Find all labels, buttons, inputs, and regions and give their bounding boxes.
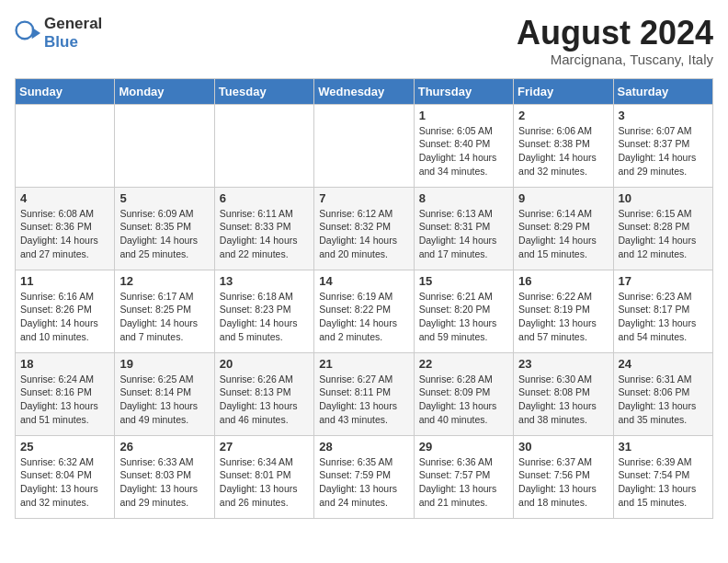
calendar-cell: 4Sunrise: 6:08 AMSunset: 8:36 PMDaylight… <box>16 187 115 270</box>
day-number: 3 <box>619 109 708 122</box>
day-number: 12 <box>119 274 209 288</box>
calendar-cell: 22Sunrise: 6:28 AMSunset: 8:09 PMDayligh… <box>414 352 513 435</box>
day-info: Sunrise: 6:33 AM <box>119 455 209 469</box>
calendar-cell: 24Sunrise: 6:31 AMSunset: 8:06 PMDayligh… <box>613 352 712 435</box>
day-number: 30 <box>518 440 608 454</box>
day-number: 27 <box>220 440 309 454</box>
day-number: 6 <box>220 191 309 205</box>
day-info: Daylight: 14 hours and 15 minutes. <box>518 234 608 260</box>
day-info: Daylight: 13 hours and 43 minutes. <box>319 399 408 426</box>
day-info: Sunset: 8:32 PM <box>319 220 408 234</box>
svg-marker-1 <box>32 28 40 39</box>
day-info: Sunrise: 6:18 AM <box>220 290 309 304</box>
calendar-cell: 9Sunrise: 6:14 AMSunset: 8:29 PMDaylight… <box>514 187 613 270</box>
day-info: Sunset: 7:56 PM <box>518 468 608 482</box>
day-info: Daylight: 13 hours and 57 minutes. <box>518 316 608 343</box>
day-info: Daylight: 14 hours and 29 minutes. <box>619 151 708 178</box>
day-info: Sunrise: 6:37 AM <box>518 455 608 469</box>
calendar-cell: 12Sunrise: 6:17 AMSunset: 8:25 PMDayligh… <box>115 270 214 352</box>
day-info: Daylight: 13 hours and 49 minutes. <box>119 399 209 426</box>
day-header-saturday: Saturday <box>613 78 712 104</box>
day-number: 28 <box>319 440 408 454</box>
day-info: Daylight: 13 hours and 46 minutes. <box>220 399 309 426</box>
day-info: Sunset: 8:13 PM <box>220 385 309 399</box>
day-number: 16 <box>518 274 608 288</box>
day-info: Sunrise: 6:13 AM <box>419 207 508 221</box>
day-info: Daylight: 13 hours and 54 minutes. <box>619 316 708 343</box>
calendar-cell: 10Sunrise: 6:15 AMSunset: 8:28 PMDayligh… <box>613 187 712 270</box>
day-number: 18 <box>20 357 109 371</box>
calendar-cell: 25Sunrise: 6:32 AMSunset: 8:04 PMDayligh… <box>16 435 115 518</box>
day-info: Sunrise: 6:08 AM <box>20 207 109 221</box>
day-number: 5 <box>119 191 209 205</box>
day-info: Sunrise: 6:11 AM <box>220 207 309 221</box>
day-info: Sunrise: 6:36 AM <box>419 455 508 469</box>
day-info: Sunrise: 6:22 AM <box>518 290 608 304</box>
calendar-cell: 1Sunrise: 6:05 AMSunset: 8:40 PMDaylight… <box>414 104 513 187</box>
day-info: Daylight: 14 hours and 7 minutes. <box>119 316 209 343</box>
day-number: 26 <box>119 440 209 454</box>
calendar-cell <box>214 104 313 187</box>
days-header-row: SundayMondayTuesdayWednesdayThursdayFrid… <box>16 78 713 104</box>
calendar-cell: 2Sunrise: 6:06 AMSunset: 8:38 PMDaylight… <box>514 104 613 187</box>
day-info: Sunrise: 6:28 AM <box>419 373 508 386</box>
calendar-cell <box>16 104 115 187</box>
day-info: Daylight: 13 hours and 35 minutes. <box>619 399 708 426</box>
day-number: 8 <box>419 191 508 205</box>
calendar-cell: 16Sunrise: 6:22 AMSunset: 8:19 PMDayligh… <box>514 270 613 352</box>
day-info: Daylight: 13 hours and 21 minutes. <box>419 482 508 509</box>
day-info: Sunrise: 6:15 AM <box>619 207 708 221</box>
calendar-cell: 30Sunrise: 6:37 AMSunset: 7:56 PMDayligh… <box>514 435 613 518</box>
calendar-cell: 31Sunrise: 6:39 AMSunset: 7:54 PMDayligh… <box>613 435 712 518</box>
day-info: Sunset: 8:37 PM <box>619 137 708 151</box>
day-info: Sunrise: 6:12 AM <box>319 207 408 221</box>
header: General Blue August 2024 Marcignana, Tus… <box>15 15 713 67</box>
calendar-cell: 14Sunrise: 6:19 AMSunset: 8:22 PMDayligh… <box>314 270 414 352</box>
day-info: Sunrise: 6:32 AM <box>20 455 109 469</box>
day-number: 14 <box>319 274 408 288</box>
day-info: Sunset: 8:04 PM <box>20 468 109 482</box>
day-info: Sunset: 8:25 PM <box>119 303 209 316</box>
day-info: Daylight: 13 hours and 29 minutes. <box>119 482 209 509</box>
day-header-tuesday: Tuesday <box>214 78 313 104</box>
day-info: Sunset: 8:36 PM <box>20 220 109 234</box>
calendar-cell <box>314 104 414 187</box>
calendar-cell: 5Sunrise: 6:09 AMSunset: 8:35 PMDaylight… <box>115 187 214 270</box>
day-number: 13 <box>220 274 309 288</box>
day-number: 9 <box>518 191 608 205</box>
day-info: Daylight: 14 hours and 22 minutes. <box>220 234 309 260</box>
logo: General Blue <box>15 15 102 52</box>
svg-point-0 <box>17 22 34 40</box>
day-info: Sunrise: 6:24 AM <box>20 373 109 386</box>
day-info: Sunset: 8:40 PM <box>419 137 508 151</box>
calendar-cell: 11Sunrise: 6:16 AMSunset: 8:26 PMDayligh… <box>16 270 115 352</box>
day-info: Sunrise: 6:31 AM <box>619 373 708 386</box>
day-info: Sunrise: 6:05 AM <box>419 124 508 138</box>
day-info: Sunrise: 6:19 AM <box>319 290 408 304</box>
day-info: Sunset: 8:20 PM <box>419 303 508 316</box>
day-info: Sunrise: 6:06 AM <box>518 124 608 138</box>
week-row-5: 25Sunrise: 6:32 AMSunset: 8:04 PMDayligh… <box>16 435 713 518</box>
day-info: Sunrise: 6:14 AM <box>518 207 608 221</box>
calendar-cell: 19Sunrise: 6:25 AMSunset: 8:14 PMDayligh… <box>115 352 214 435</box>
day-info: Daylight: 13 hours and 26 minutes. <box>220 482 309 509</box>
day-number: 22 <box>419 357 508 371</box>
day-info: Sunset: 8:38 PM <box>518 137 608 151</box>
page: General Blue August 2024 Marcignana, Tus… <box>0 0 728 534</box>
day-number: 19 <box>119 357 209 371</box>
day-info: Sunrise: 6:21 AM <box>419 290 508 304</box>
day-info: Daylight: 14 hours and 34 minutes. <box>419 151 508 178</box>
calendar-cell: 17Sunrise: 6:23 AMSunset: 8:17 PMDayligh… <box>613 270 712 352</box>
day-info: Sunrise: 6:35 AM <box>319 455 408 469</box>
day-info: Sunset: 8:22 PM <box>319 303 408 316</box>
day-number: 24 <box>619 357 708 371</box>
day-info: Sunset: 8:26 PM <box>20 303 109 316</box>
day-number: 17 <box>619 274 708 288</box>
calendar-cell: 27Sunrise: 6:34 AMSunset: 8:01 PMDayligh… <box>214 435 313 518</box>
day-info: Sunset: 8:17 PM <box>619 303 708 316</box>
day-info: Sunrise: 6:09 AM <box>119 207 209 221</box>
day-info: Daylight: 14 hours and 32 minutes. <box>518 151 608 178</box>
calendar-title: August 2024 <box>517 15 713 52</box>
day-header-thursday: Thursday <box>414 78 513 104</box>
day-info: Daylight: 14 hours and 10 minutes. <box>20 316 109 343</box>
